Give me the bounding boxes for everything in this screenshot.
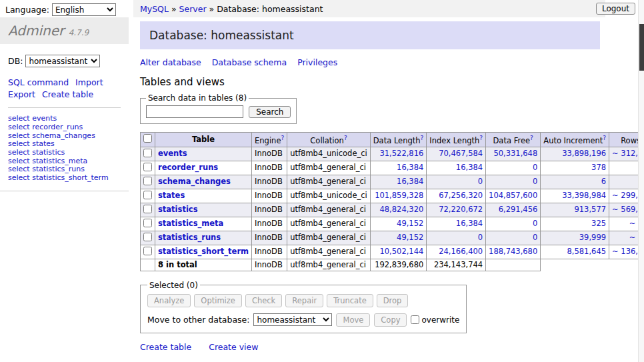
table-link-statistics-runs[interactable]: statistics_runs: [158, 233, 221, 242]
cell-data-length-link[interactable]: 49,152: [397, 233, 423, 242]
column-help-link[interactable]: ?: [603, 135, 606, 141]
truncate-button[interactable]: Truncate: [327, 294, 373, 307]
cell-data-length-link[interactable]: 48,824,320: [379, 205, 423, 214]
column-help-link[interactable]: ?: [421, 135, 424, 141]
cell-rows-link[interactable]: ~ 299,833: [612, 191, 638, 200]
link-select-statistics-runs[interactable]: select statistics_runs: [8, 165, 121, 174]
table-link-schema-changes[interactable]: schema_changes: [158, 177, 231, 186]
cell-data-free-link[interactable]: 50,331,648: [493, 149, 537, 158]
cell-rows-link[interactable]: ~ 312,180: [612, 149, 638, 158]
search-input[interactable]: [146, 105, 243, 118]
cell-rows-link[interactable]: ~ 244: [629, 219, 638, 228]
cell-data-length-link[interactable]: 16,384: [397, 177, 423, 186]
cell-data-length-link[interactable]: 10,502,144: [379, 247, 423, 256]
drop-button[interactable]: Drop: [377, 294, 409, 307]
db-select[interactable]: homeassistant: [25, 55, 100, 67]
table-link-events[interactable]: events: [158, 149, 187, 158]
sidebar-table-links: select eventsselect recorder_runsselect …: [0, 108, 129, 191]
search-legend: Search data in tables (8): [146, 93, 249, 103]
cell-auto-increment-link[interactable]: 33,898,196: [562, 149, 606, 158]
link-select-schema-changes[interactable]: select schema_changes: [8, 132, 121, 141]
total-collation: utf8mb4_general_ci: [287, 259, 371, 271]
cell-data-free-link[interactable]: 0: [533, 219, 537, 228]
cell-auto-increment-link[interactable]: 325: [591, 219, 606, 228]
select-all-checkbox[interactable]: [143, 134, 152, 143]
check-button[interactable]: Check: [245, 294, 282, 307]
table-link-states[interactable]: states: [158, 191, 185, 200]
cell-index-length-link[interactable]: 16,384: [456, 163, 483, 172]
move-db-select[interactable]: homeassistant: [253, 313, 332, 326]
cell-index-length-link[interactable]: 70,467,584: [439, 149, 483, 158]
logout-button[interactable]: Logout: [596, 3, 635, 15]
row-checkbox-recorder-runs[interactable]: [143, 163, 152, 171]
cell-index-length-link[interactable]: 16,384: [456, 219, 483, 228]
cell-rows-link[interactable]: ~ 569,159: [612, 205, 638, 214]
link-select-statistics-short-term[interactable]: select statistics_short_term: [8, 174, 121, 183]
link-create-table[interactable]: Create table: [140, 342, 191, 352]
cell-index-length-link[interactable]: 67,256,320: [439, 191, 483, 200]
cell-rows-link[interactable]: ~ 136,108: [612, 247, 638, 256]
cell-data-free-link[interactable]: 0: [533, 163, 537, 172]
move-button[interactable]: Move: [336, 313, 370, 327]
repair-button[interactable]: Repair: [285, 294, 323, 307]
table-link-statistics-short-term[interactable]: statistics_short_term: [158, 247, 249, 256]
column-help-link[interactable]: ?: [344, 135, 347, 141]
link-select-states[interactable]: select states: [8, 140, 121, 149]
link-import[interactable]: Import: [75, 77, 103, 89]
copy-button[interactable]: Copy: [374, 313, 407, 327]
optimize-button[interactable]: Optimize: [194, 294, 242, 307]
row-checkbox-statistics-runs[interactable]: [143, 233, 152, 241]
table-link-statistics[interactable]: statistics: [158, 205, 198, 214]
cell-data-free-link[interactable]: 6,291,456: [499, 205, 538, 214]
row-checkbox-states[interactable]: [143, 191, 152, 199]
scrollbar-thumb[interactable]: [639, 24, 644, 71]
cell-auto-increment-link[interactable]: 8,581,645: [567, 247, 607, 256]
cell-auto-increment-link[interactable]: 913,577: [574, 205, 606, 214]
cell-auto-increment-link[interactable]: 378: [591, 163, 606, 172]
link-alter-database[interactable]: Alter database: [140, 57, 201, 67]
row-checkbox-statistics-short-term[interactable]: [143, 247, 152, 255]
search-button[interactable]: Search: [249, 106, 291, 118]
language-select[interactable]: English: [52, 3, 116, 16]
cell-data-length-link[interactable]: 49,152: [397, 219, 423, 228]
breadcrumb-link-mysql[interactable]: MySQL: [140, 4, 169, 14]
link-create-table[interactable]: Create table: [42, 89, 93, 101]
link-create-view[interactable]: Create view: [209, 342, 258, 352]
row-checkbox-statistics[interactable]: [143, 205, 152, 213]
cell-rows-link[interactable]: ~ 628: [629, 233, 638, 242]
cell-index-length-link[interactable]: 72,220,672: [439, 205, 483, 214]
column-help-link[interactable]: ?: [530, 135, 533, 141]
scrollbar-track[interactable]: [638, 0, 644, 362]
link-select-statistics-meta[interactable]: select statistics_meta: [8, 157, 121, 166]
cell-data-length-link[interactable]: 101,859,328: [375, 191, 423, 200]
link-select-statistics[interactable]: select statistics: [8, 149, 121, 157]
table-link-recorder-runs[interactable]: recorder_runs: [158, 163, 218, 172]
cell-auto-increment-link[interactable]: 33,398,984: [562, 191, 606, 200]
cell-data-free-link[interactable]: 0: [533, 177, 537, 186]
breadcrumb-link-server[interactable]: Server: [179, 4, 207, 14]
cell-index-length-link[interactable]: 0: [478, 177, 483, 186]
link-privileges[interactable]: Privileges: [297, 57, 337, 67]
link-select-events[interactable]: select events: [8, 115, 121, 123]
cell-data-free-link[interactable]: 188,743,680: [489, 247, 537, 256]
cell-index-length-link[interactable]: 0: [478, 233, 483, 242]
cell-data-length-link[interactable]: 16,384: [397, 163, 423, 172]
table-link-statistics-meta[interactable]: statistics_meta: [158, 219, 223, 228]
row-checkbox-schema-changes[interactable]: [143, 177, 152, 185]
row-checkbox-events[interactable]: [143, 149, 152, 157]
cell-auto-increment-link[interactable]: 6: [601, 177, 606, 186]
cell-auto-increment-link[interactable]: 39,999: [579, 233, 606, 242]
cell-data-free-link[interactable]: 0: [533, 233, 537, 242]
cell-data-free-link[interactable]: 104,857,600: [489, 191, 537, 200]
cell-data-length-link[interactable]: 31,522,816: [379, 149, 423, 158]
overwrite-checkbox[interactable]: [411, 315, 419, 324]
column-help-link[interactable]: ?: [281, 135, 284, 141]
link-export[interactable]: Export: [8, 89, 35, 101]
analyze-button[interactable]: Analyze: [147, 294, 191, 307]
link-sql-command[interactable]: SQL command: [8, 77, 69, 89]
row-checkbox-statistics-meta[interactable]: [143, 219, 152, 227]
link-database-schema[interactable]: Database schema: [212, 57, 287, 67]
cell-index-length-link[interactable]: 24,166,400: [439, 247, 483, 256]
link-select-recorder-runs[interactable]: select recorder_runs: [8, 123, 121, 132]
column-help-link[interactable]: ?: [479, 135, 483, 141]
